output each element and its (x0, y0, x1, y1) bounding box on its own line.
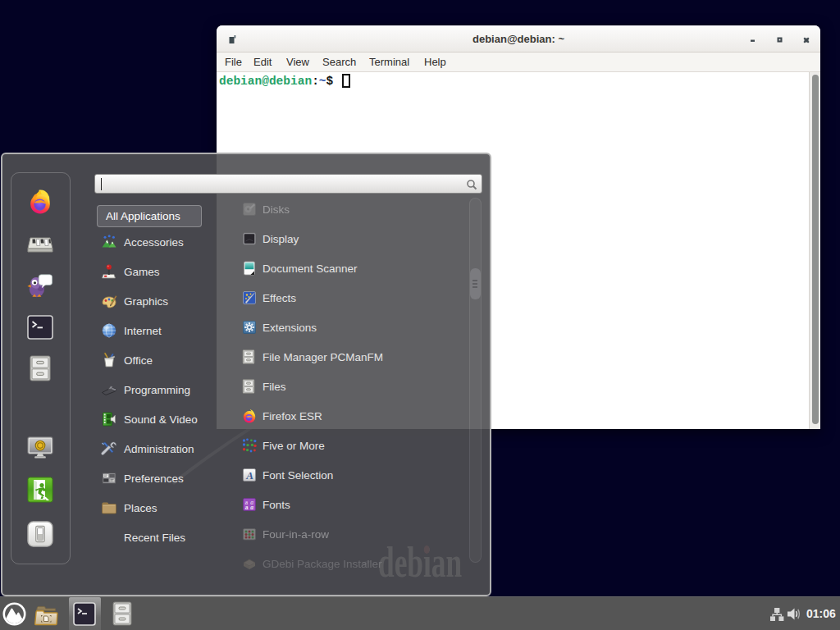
svg-text:a: a (245, 504, 249, 511)
svg-text:A: A (245, 469, 253, 482)
svg-text:a: a (250, 504, 253, 511)
